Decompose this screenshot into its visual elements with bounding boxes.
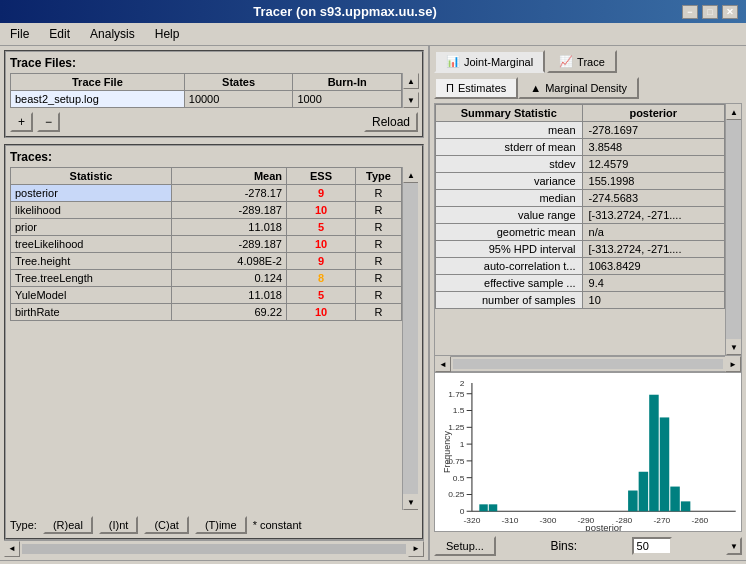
type-int-btn[interactable]: (I)nt bbox=[99, 516, 139, 534]
window-title: Tracer (on s93.uppmax.uu.se) bbox=[8, 4, 682, 19]
svg-text:-270: -270 bbox=[653, 516, 670, 525]
sub-tabs: Π Estimates ▲ Marginal Density bbox=[434, 77, 742, 99]
reload-button[interactable]: Reload bbox=[364, 112, 418, 132]
minimize-button[interactable]: − bbox=[682, 5, 698, 19]
summary-stat-value: 1063.8429 bbox=[582, 258, 724, 275]
bins-dropdown[interactable]: ▼ bbox=[726, 537, 742, 555]
svg-rect-29 bbox=[489, 504, 497, 511]
summary-stat-value: 12.4579 bbox=[582, 156, 724, 173]
stat-ess: 10 bbox=[287, 236, 356, 253]
stat-ess: 9 bbox=[287, 185, 356, 202]
summary-horiz-left[interactable]: ◄ bbox=[435, 356, 451, 372]
stat-name: posterior bbox=[11, 185, 172, 202]
states-col-header: States bbox=[184, 74, 293, 91]
add-trace-button[interactable]: + bbox=[10, 112, 33, 132]
menu-edit[interactable]: Edit bbox=[43, 25, 76, 43]
svg-text:2: 2 bbox=[460, 379, 465, 388]
summary-table: Summary Statistic posterior mean -278.16… bbox=[435, 104, 725, 309]
close-button[interactable]: ✕ bbox=[722, 5, 738, 19]
trace-file-states: 10000 bbox=[184, 91, 293, 108]
sub-tab-marginal-density[interactable]: ▲ Marginal Density bbox=[518, 77, 639, 99]
horiz-scroll-left[interactable]: ◄ bbox=[4, 541, 20, 557]
menu-file[interactable]: File bbox=[4, 25, 35, 43]
tab-joint-marginal-label: Joint-Marginal bbox=[464, 56, 533, 68]
remove-trace-button[interactable]: − bbox=[37, 112, 60, 132]
tab-joint-marginal[interactable]: 📊 Joint-Marginal bbox=[434, 50, 545, 73]
scroll-up-btn[interactable]: ▲ bbox=[403, 73, 419, 89]
stats-scroll-up[interactable]: ▲ bbox=[403, 167, 418, 183]
type-note: * constant bbox=[253, 519, 302, 531]
trace-icon: 📈 bbox=[559, 55, 573, 68]
stat-ess: 10 bbox=[287, 304, 356, 321]
stat-mean: 69.22 bbox=[172, 304, 287, 321]
stat-mean: -289.187 bbox=[172, 236, 287, 253]
stat-ess: 5 bbox=[287, 287, 356, 304]
sub-tab-estimates-label: Estimates bbox=[458, 82, 506, 94]
svg-text:1.5: 1.5 bbox=[453, 407, 465, 416]
horiz-scroll-right[interactable]: ► bbox=[408, 541, 424, 557]
summary-scroll[interactable]: Summary Statistic posterior mean -278.16… bbox=[435, 104, 725, 355]
svg-text:Frequency: Frequency bbox=[442, 431, 452, 473]
trace-files-label: Trace Files: bbox=[10, 56, 418, 70]
histogram-chart: Frequency 0 0.25 0.5 0.75 1 1.25 1.5 1.7… bbox=[435, 373, 741, 531]
stat-ess: 8 bbox=[287, 270, 356, 287]
summary-horiz-right[interactable]: ► bbox=[725, 356, 741, 372]
svg-text:1: 1 bbox=[460, 440, 465, 449]
horiz-scroll-track bbox=[22, 544, 406, 554]
stats-scrollbar: ▲ ▼ bbox=[402, 167, 418, 510]
tab-trace[interactable]: 📈 Trace bbox=[547, 50, 617, 73]
summary-stat-value: 3.8548 bbox=[582, 139, 724, 156]
type-time-btn[interactable]: (T)ime bbox=[195, 516, 247, 534]
svg-rect-32 bbox=[649, 395, 658, 512]
ess-col-header: ESS bbox=[287, 168, 356, 185]
density-icon: ▲ bbox=[530, 82, 541, 94]
svg-text:0.5: 0.5 bbox=[453, 474, 465, 483]
stat-ess: 9 bbox=[287, 253, 356, 270]
trace-file-col-header: Trace File bbox=[11, 74, 185, 91]
svg-text:-310: -310 bbox=[501, 516, 518, 525]
scroll-down-btn[interactable]: ▼ bbox=[403, 92, 419, 108]
trace-files-buttons: + − Reload bbox=[10, 112, 418, 132]
summary-stat-name: number of samples bbox=[436, 292, 583, 309]
summary-horiz-track bbox=[453, 359, 723, 369]
summary-stat-name: stdev bbox=[436, 156, 583, 173]
sub-tab-estimates[interactable]: Π Estimates bbox=[434, 77, 518, 99]
stat-type: R bbox=[356, 202, 402, 219]
trace-file-row[interactable]: beast2_setup.log 10000 1000 bbox=[11, 91, 402, 108]
mean-col-header: Mean bbox=[172, 168, 287, 185]
summary-stat-value: [-313.2724, -271.... bbox=[582, 241, 724, 258]
stats-scroll[interactable]: Statistic Mean ESS Type posterior -278.1… bbox=[10, 167, 402, 510]
menu-help[interactable]: Help bbox=[149, 25, 186, 43]
svg-text:0.75: 0.75 bbox=[448, 457, 465, 466]
type-cat-btn[interactable]: (C)at bbox=[144, 516, 188, 534]
trace-file-name: beast2_setup.log bbox=[11, 91, 185, 108]
main-content: Trace Files: Trace File States Burn-In bbox=[0, 46, 746, 560]
stat-type: R bbox=[356, 219, 402, 236]
chart-controls: Setup... Bins: ▼ bbox=[434, 536, 742, 556]
summary-scroll-down[interactable]: ▼ bbox=[726, 339, 742, 355]
svg-rect-34 bbox=[670, 487, 679, 512]
maximize-button[interactable]: □ bbox=[702, 5, 718, 19]
svg-text:posterior: posterior bbox=[585, 523, 622, 531]
stat-name: YuleModel bbox=[11, 287, 172, 304]
menu-analysis[interactable]: Analysis bbox=[84, 25, 141, 43]
trace-file-burnin: 1000 bbox=[293, 91, 402, 108]
setup-button[interactable]: Setup... bbox=[434, 536, 496, 556]
stat-mean: 11.018 bbox=[172, 287, 287, 304]
menu-bar: File Edit Analysis Help bbox=[0, 23, 746, 46]
type-real-btn[interactable]: (R)eal bbox=[43, 516, 93, 534]
svg-text:-320: -320 bbox=[464, 516, 481, 525]
stats-scroll-down[interactable]: ▼ bbox=[403, 494, 418, 510]
chart-icon: 📊 bbox=[446, 55, 460, 68]
summary-scroll-up[interactable]: ▲ bbox=[726, 104, 742, 120]
summary-stat-value: [-313.2724, -271.... bbox=[582, 207, 724, 224]
right-panel: 📊 Joint-Marginal 📈 Trace Π Estimates ▲ M… bbox=[430, 46, 746, 560]
stat-ess: 5 bbox=[287, 219, 356, 236]
svg-rect-30 bbox=[628, 491, 637, 512]
summary-stat-name: median bbox=[436, 190, 583, 207]
bins-label: Bins: bbox=[550, 539, 577, 553]
stat-mean: -289.187 bbox=[172, 202, 287, 219]
stat-type: R bbox=[356, 270, 402, 287]
type-label: Type: bbox=[10, 519, 37, 531]
bins-input[interactable] bbox=[632, 537, 672, 555]
